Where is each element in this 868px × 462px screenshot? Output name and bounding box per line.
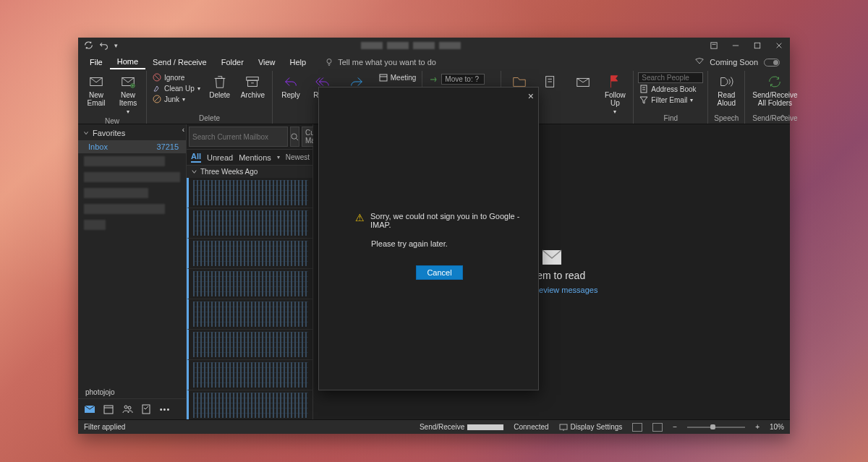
new-items-button[interactable]: NewItems [114,72,142,116]
account-redacted[interactable] [84,220,106,230]
message-row[interactable] [187,178,312,208]
progress-bar [467,424,503,430]
group-header[interactable]: Three Weeks Ago [187,166,312,178]
group-delete-label: Delete [151,114,268,124]
close-button[interactable] [768,38,790,54]
message-row[interactable] [187,299,312,330]
filter-unread[interactable]: Unread [207,153,233,162]
status-bar: Filter applied Send/Receive Connected Di… [78,419,790,434]
filter-mentions[interactable]: Mentions [239,153,271,162]
send-receive-all-button[interactable]: Send/ReceiveAll Folders [749,72,800,108]
search-mailbox-input[interactable] [189,127,288,147]
search-people-input[interactable] [638,72,703,83]
filter-email-button[interactable]: Filter Email [638,95,703,105]
signin-error-dialog: × ⚠ Sorry, we could not sign you in to G… [318,87,539,390]
clean-up-button[interactable]: Clean Up [151,83,202,93]
nav-collapse-icon[interactable]: ‹ [182,126,184,134]
zoom-slider[interactable] [687,427,745,428]
cancel-button[interactable]: Cancel [416,265,462,280]
zoom-in-icon[interactable]: + [755,423,760,431]
undo-icon[interactable] [99,40,109,51]
dialog-close-button[interactable]: × [528,90,534,102]
message-row[interactable] [187,239,312,269]
svg-point-16 [124,406,127,408]
maximize-button[interactable] [746,38,768,54]
svg-rect-10 [380,74,387,81]
menu-view[interactable]: View [251,56,283,69]
view-reading-icon[interactable] [652,423,663,432]
filter-all[interactable]: All [191,152,201,163]
nav-bottom-folder[interactable]: photojojo [78,386,186,398]
status-connected: Connected [514,423,548,431]
group-speech-label: Speech [712,114,740,124]
tasks-icon[interactable] [140,403,152,415]
group-find-label: Find [638,114,703,124]
calendar-icon[interactable] [103,403,114,415]
view-normal-icon[interactable] [632,423,642,432]
status-filter: Filter applied [84,423,125,431]
menu-home[interactable]: Home [110,55,145,69]
status-send-receive: Send/Receive [420,423,503,431]
titlebar: ▾ [78,38,790,54]
menu-file[interactable]: File [82,56,110,69]
nav-pane: ‹ Favorites Inbox37215 photojojo ••• [78,124,187,419]
ignore-button[interactable]: Ignore [151,72,202,82]
rules-button[interactable] [537,72,565,100]
message-row[interactable] [187,269,312,299]
favorites-header[interactable]: Favorites [78,124,186,140]
coming-soon-icon [695,57,704,67]
follow-up-button[interactable]: FollowUp [601,72,629,116]
meeting-button[interactable]: Meeting [378,72,418,82]
svg-rect-15 [104,406,113,414]
new-email-button[interactable]: NewEmail [82,72,110,108]
display-settings-button[interactable]: Display Settings [559,423,623,431]
message-row[interactable] [187,360,312,390]
account-redacted[interactable] [84,172,180,182]
account-redacted[interactable] [84,204,165,214]
ribbon-options-icon[interactable] [703,38,725,54]
tell-me-label: Tell me what you want to do [338,58,436,67]
save-icon[interactable] [84,40,93,51]
menu-send-receive[interactable]: Send / Receive [145,56,214,69]
dialog-message-2: Please try again later. [371,239,524,248]
account-redacted[interactable] [84,188,148,198]
reply-button[interactable]: Reply [277,72,305,100]
tags-unread-button[interactable] [569,72,597,100]
coming-soon-label: Coming Soon [710,58,758,67]
svg-point-17 [128,406,131,409]
qat-dropdown-icon[interactable]: ▾ [114,42,118,49]
delete-button[interactable]: Delete [206,72,234,100]
read-aloud-button[interactable]: ReadAloud [712,72,740,108]
svg-rect-13 [641,85,647,93]
inbox-count: 37215 [156,142,179,151]
envelope-icon [542,249,562,265]
people-icon[interactable] [122,403,133,415]
message-row[interactable] [187,330,312,360]
message-row[interactable] [187,208,312,239]
ribbon-collapse-icon[interactable] [778,112,787,122]
message-list-pane: Current Mail All Unread Mentions ▾ Newes… [187,124,313,419]
coming-soon-toggle[interactable] [764,59,780,67]
message-row[interactable] [187,390,312,419]
nav-more-icon[interactable]: ••• [159,403,171,415]
archive-button[interactable]: Archive [238,72,268,100]
zoom-out-icon[interactable]: − [673,423,677,431]
zoom-level: 10% [770,423,784,431]
titlebar-title-redacted [361,42,461,49]
account-redacted[interactable] [84,156,165,166]
tell-me-search[interactable]: Tell me what you want to do [325,58,436,67]
menu-help[interactable]: Help [283,56,314,69]
menu-folder[interactable]: Folder [214,56,251,69]
folder-inbox[interactable]: Inbox37215 [78,140,186,153]
junk-button[interactable]: Junk [151,94,202,104]
svg-rect-18 [142,405,150,414]
mail-icon[interactable] [84,403,95,415]
bulb-icon [325,58,333,67]
filter-more-icon[interactable]: ▾ [277,154,280,161]
svg-point-19 [292,133,297,138]
address-book-button[interactable]: Address Book [638,84,703,94]
sort-by-dropdown[interactable]: Newest [286,153,310,161]
quick-step-move-to[interactable]: Move to: ? [427,74,488,85]
search-icon[interactable] [290,127,299,147]
minimize-button[interactable] [725,38,746,54]
